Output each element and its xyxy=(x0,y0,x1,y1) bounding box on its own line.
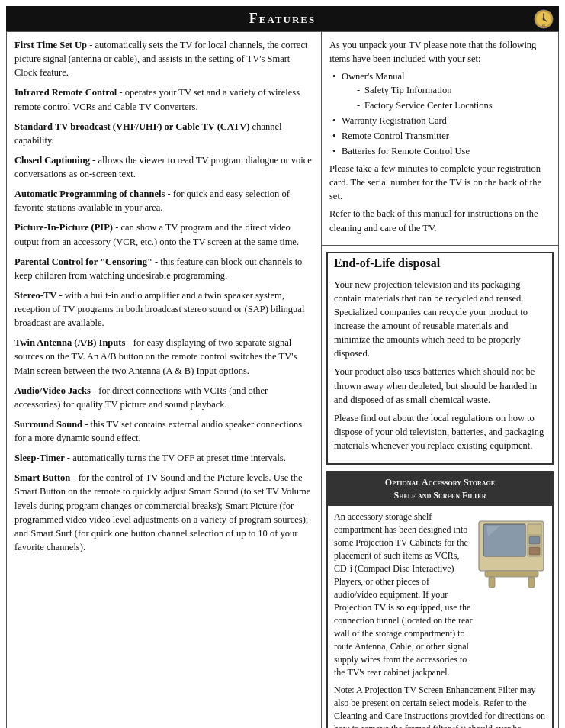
svg-point-4 xyxy=(543,18,545,21)
top-right-content: As you unpack your TV please note that t… xyxy=(329,38,551,235)
feature-separator: - xyxy=(90,155,98,166)
left-column: First Time Set Up - automatically sets t… xyxy=(7,32,322,728)
feature-label: First Time Set Up xyxy=(14,40,87,50)
accessory-header-text: Optional Accessory Storage Shelf and Scr… xyxy=(331,476,549,502)
top-right-box: As you unpack your TV please note that t… xyxy=(322,32,558,246)
dash-item: Factory Service Center Locations xyxy=(357,98,551,112)
svg-rect-16 xyxy=(528,577,535,588)
feature-surround-sound: Surround Sound - this TV set contains ex… xyxy=(14,417,313,445)
feature-label: Closed Captioning xyxy=(14,155,90,166)
accessory-header-line2: Shelf and Screen Filter xyxy=(394,490,486,501)
sub-items-list: Safety Tip Information Factory Service C… xyxy=(342,83,551,111)
accessory-header-line1: Optional Accessory Storage xyxy=(385,477,495,488)
accessory-storage-box: Optional Accessory Storage Shelf and Scr… xyxy=(326,471,554,728)
feature-infrared-remote-control: Infrared Remote Control - operates your … xyxy=(14,85,313,113)
feature-separator: - xyxy=(87,40,95,50)
feature-label: Stereo-TV xyxy=(14,290,56,301)
feature-label: Parental Control for "Censoring" xyxy=(14,256,152,267)
svg-rect-14 xyxy=(485,571,538,577)
svg-text:XII: XII xyxy=(542,24,546,27)
feature-body: for the control of TV Sound and the Pict… xyxy=(14,472,310,552)
list-item: Remote Control Transmitter xyxy=(332,129,551,143)
right-column: As you unpack your TV please note that t… xyxy=(322,32,558,728)
eol-title: End-of-Life disposal xyxy=(328,253,552,273)
list-item: Owner's Manual Safety Tip Information Fa… xyxy=(332,69,551,111)
feature-label: Sleep-Timer xyxy=(14,453,65,463)
unpack-intro: As you unpack your TV please note that t… xyxy=(329,38,551,66)
feature-pip: Picture-In-Picture (PIP) - can show a TV… xyxy=(14,221,313,248)
feature-audio-video-jacks: Audio/Video Jacks - for direct connectio… xyxy=(14,384,313,411)
cleaning-note: Refer to the back of this manual for ins… xyxy=(329,207,551,234)
eol-para-1: Your new projection television and its p… xyxy=(334,278,546,361)
page-header: Features XII xyxy=(6,6,559,31)
registration-note: Please take a few minutes to complete yo… xyxy=(329,162,551,203)
accessory-header: Optional Accessory Storage Shelf and Scr… xyxy=(328,472,552,506)
eol-para-3: Please find out about the local regulati… xyxy=(334,411,546,453)
main-content: First Time Set Up - automatically sets t… xyxy=(6,31,559,728)
feature-label: Picture-In-Picture (PIP) xyxy=(14,222,113,233)
feature-separator: - xyxy=(56,290,64,301)
feature-parental-control: Parental Control for "Censoring" - this … xyxy=(14,255,313,282)
accessory-body: An accessory storage shelf compartment h… xyxy=(328,506,552,728)
feature-label: Audio/Video Jacks xyxy=(14,385,91,396)
feature-separator: - xyxy=(113,222,120,233)
list-item: Batteries for Remote Control Use xyxy=(332,144,551,158)
dash-item: Safety Tip Information xyxy=(357,83,551,97)
eol-para-2: Your product also uses batteries which s… xyxy=(334,365,546,406)
feature-separator: - xyxy=(91,385,98,396)
header-title: Features xyxy=(249,11,316,26)
feature-sleep-timer: Sleep-Timer - automatically turns the TV… xyxy=(14,451,313,465)
clock-icon: XII xyxy=(533,8,554,30)
included-items-list: Owner's Manual Safety Tip Information Fa… xyxy=(329,69,551,158)
feature-twin-antenna: Twin Antenna (A/B) Inputs - for easy dis… xyxy=(14,336,313,377)
accessory-note: Note: A Projection TV Screen Enhancement… xyxy=(334,684,546,728)
feature-standard-tv-broadcast: Standard TV broadcast (VHF/UHF) or Cable… xyxy=(14,120,313,147)
feature-smart-button: Smart Button - for the control of TV Sou… xyxy=(14,471,313,554)
feature-label: Infrared Remote Control xyxy=(14,87,117,98)
svg-rect-12 xyxy=(529,536,540,544)
feature-label: Smart Button xyxy=(14,472,70,483)
tv-cabinet-illustration xyxy=(477,514,546,679)
svg-rect-15 xyxy=(489,577,495,588)
feature-automatic-programming: Automatic Programming of channels - for … xyxy=(14,187,313,214)
eol-body: Your new projection television and its p… xyxy=(328,278,552,453)
accessory-description: An accessory storage shelf compartment h… xyxy=(334,511,473,679)
feature-separator: - xyxy=(82,419,90,430)
item-label: Owner's Manual xyxy=(342,71,404,82)
feature-separator: - xyxy=(125,337,133,348)
feature-separator: - xyxy=(165,188,172,199)
end-of-life-box: End-of-Life disposal Your new projection… xyxy=(326,252,554,465)
feature-label: Standard TV broadcast (VHF/UHF) or Cable… xyxy=(14,121,249,132)
feature-label: Automatic Programming of channels xyxy=(14,188,165,199)
list-item: Warranty Registration Card xyxy=(332,114,551,127)
feature-separator: - xyxy=(70,472,78,483)
feature-closed-captioning: Closed Captioning - allows the viewer to… xyxy=(14,153,313,181)
accessory-body-text: An accessory storage shelf compartment h… xyxy=(334,511,473,678)
feature-separator: - xyxy=(117,87,124,98)
feature-body: automatically turns the TV OFF at preset… xyxy=(72,453,286,463)
feature-label: Twin Antenna (A/B) Inputs xyxy=(14,337,125,348)
feature-separator: - xyxy=(65,453,72,463)
accessory-inner: An accessory storage shelf compartment h… xyxy=(334,511,546,679)
feature-stereo-tv: Stereo-TV - with a built-in audio amplif… xyxy=(14,288,313,330)
feature-first-time-set-up: First Time Set Up - automatically sets t… xyxy=(14,38,313,79)
feature-label: Surround Sound xyxy=(14,419,82,430)
svg-rect-13 xyxy=(529,547,540,555)
feature-separator: - xyxy=(152,256,160,267)
